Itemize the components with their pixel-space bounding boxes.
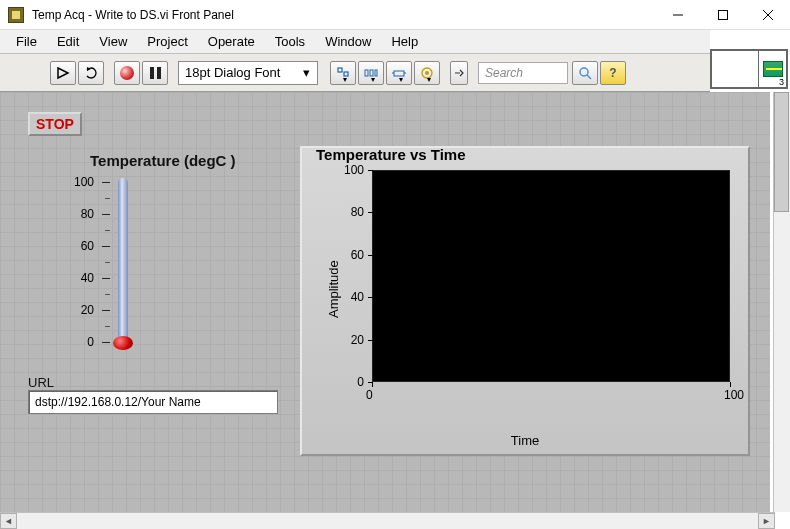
chart-y-tick-line (368, 212, 373, 213)
url-input[interactable] (35, 395, 271, 409)
menu-project[interactable]: Project (137, 31, 197, 52)
reorder-button[interactable]: ▾ (414, 61, 440, 85)
scroll-right-button[interactable]: ► (758, 513, 775, 529)
thermometer-tick-line (102, 182, 110, 183)
svg-line-13 (587, 75, 591, 79)
chart-y-tick-label: 0 (334, 375, 364, 389)
vertical-scrollbar[interactable] (773, 92, 790, 512)
run-continuously-button[interactable] (78, 61, 104, 85)
front-panel-area: STOP Temperature (degC ) 100806040200 UR… (0, 92, 770, 512)
menu-window[interactable]: Window (315, 31, 381, 52)
pause-button[interactable] (142, 61, 168, 85)
chart-y-tick-label: 40 (334, 290, 364, 304)
minimize-button[interactable] (655, 0, 700, 29)
chevron-down-icon: ▾ (293, 65, 311, 80)
distribute-objects-button[interactable]: ▾ (358, 61, 384, 85)
maximize-button[interactable] (700, 0, 745, 29)
question-icon: ? (609, 66, 616, 80)
chart-x-axis-label: Time (302, 433, 748, 448)
thermometer-tick-line (102, 342, 110, 343)
thermometer-tick-label: 100 (68, 175, 94, 189)
font-select-label: 18pt Dialog Font (185, 65, 280, 80)
magnifier-icon (578, 66, 592, 80)
thermometer-minor-tick (105, 230, 110, 231)
menu-tools[interactable]: Tools (265, 31, 315, 52)
font-select-dropdown[interactable]: 18pt Dialog Font ▾ (178, 61, 318, 85)
stop-button[interactable]: STOP (28, 112, 82, 136)
thermometer-minor-tick (105, 198, 110, 199)
search-button[interactable] (572, 61, 598, 85)
chart-y-tick-label: 60 (334, 248, 364, 262)
svg-rect-1 (718, 10, 727, 19)
scroll-left-button[interactable]: ◄ (0, 513, 17, 529)
thermometer-tick-label: 80 (68, 207, 94, 221)
search-placeholder: Search (485, 66, 523, 80)
run-arrow-icon (56, 66, 70, 80)
chart-x-tick-line (372, 382, 373, 387)
menu-operate[interactable]: Operate (198, 31, 265, 52)
thermometer-minor-tick (105, 262, 110, 263)
abort-button[interactable] (114, 61, 140, 85)
chart-x-tick-line (730, 382, 731, 387)
window-titlebar: Temp Acq - Write to DS.vi Front Panel (0, 0, 790, 30)
labview-app-icon (8, 7, 24, 23)
pin-icon (452, 66, 466, 80)
run-button[interactable] (50, 61, 76, 85)
menu-view[interactable]: View (89, 31, 137, 52)
scrollbar-thumb[interactable] (774, 92, 789, 212)
thermometer-tick-label: 0 (68, 335, 94, 349)
chart-y-tick-line (368, 255, 373, 256)
thermometer-tick-label: 20 (68, 303, 94, 317)
chart-x-tick-label: 100 (724, 388, 744, 402)
cycle-arrows-icon (84, 66, 98, 80)
chart-y-axis-label: Amplitude (326, 260, 341, 318)
chart-y-tick-label: 100 (334, 163, 364, 177)
thermometer-minor-tick (105, 326, 110, 327)
thermometer-tick-line (102, 246, 110, 247)
chart-y-tick-line (368, 297, 373, 298)
align-objects-button[interactable]: ▾ (330, 61, 356, 85)
chart-y-tick-label: 20 (334, 333, 364, 347)
horizontal-scrollbar[interactable]: ◄ ► (0, 512, 775, 529)
vi-icon-connector-pane[interactable]: 3 (710, 49, 788, 89)
toolbar: 18pt Dialog Font ▾ ▾ ▾ ▾ ▾ Search ? (0, 54, 710, 92)
url-label: URL (28, 375, 54, 390)
main-menu-bar: File Edit View Project Operate Tools Win… (0, 30, 710, 54)
menu-file[interactable]: File (6, 31, 47, 52)
resize-objects-button[interactable]: ▾ (386, 61, 412, 85)
pause-icon (150, 67, 161, 79)
chart-y-tick-line (368, 340, 373, 341)
thermometer-tick-line (102, 278, 110, 279)
abort-circle-icon (120, 66, 134, 80)
waveform-scope-icon (763, 61, 783, 77)
thermometer-tick-label: 60 (68, 239, 94, 253)
thermometer-indicator[interactable]: 100806040200 (80, 174, 240, 364)
chart-y-tick-label: 80 (334, 205, 364, 219)
thermometer-label: Temperature (degC ) (90, 152, 236, 169)
chart-y-tick-line (368, 170, 373, 171)
svg-point-12 (580, 68, 588, 76)
svg-rect-4 (338, 68, 342, 72)
front-panel-canvas[interactable]: STOP Temperature (degC ) 100806040200 UR… (0, 92, 770, 512)
search-input[interactable]: Search (478, 62, 568, 84)
context-help-button[interactable]: ? (600, 61, 626, 85)
thermometer-minor-tick (105, 294, 110, 295)
window-title: Temp Acq - Write to DS.vi Front Panel (32, 8, 234, 22)
chart-title: Temperature vs Time (316, 146, 466, 163)
menu-help[interactable]: Help (381, 31, 428, 52)
thermometer-tick-line (102, 310, 110, 311)
thermometer-tick-label: 40 (68, 271, 94, 285)
thermometer-tick-line (102, 214, 110, 215)
preserve-position-button[interactable] (450, 61, 468, 85)
close-button[interactable] (745, 0, 790, 29)
chart-x-tick-label: 0 (366, 388, 373, 402)
scrollbar-track[interactable] (17, 513, 758, 529)
menu-edit[interactable]: Edit (47, 31, 89, 52)
temperature-chart-panel[interactable]: Temperature vs Time Amplitude 0204060801… (300, 146, 750, 456)
url-field-container (28, 390, 278, 414)
thermometer-bulb (113, 336, 133, 350)
thermometer-tube (118, 178, 128, 342)
chart-plot-area (372, 170, 730, 382)
connector-terminal-count: 3 (779, 77, 784, 87)
